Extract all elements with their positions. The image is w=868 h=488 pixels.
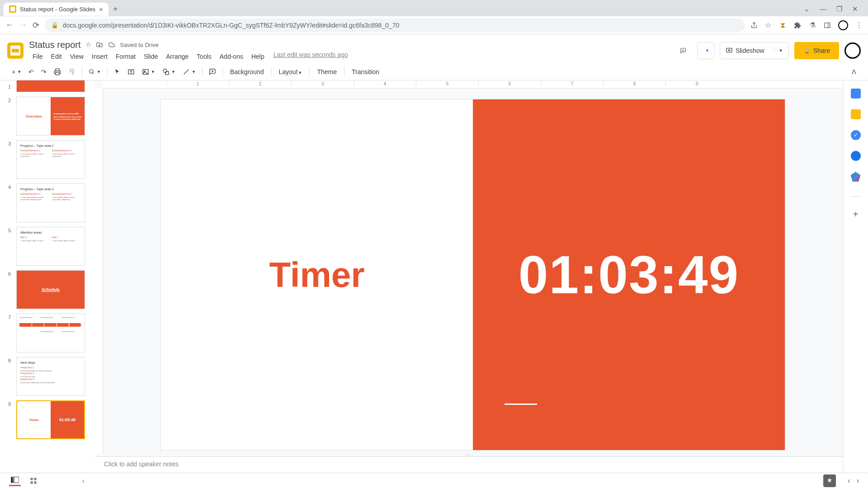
redo-button[interactable]: ↷: [38, 66, 49, 77]
shape-tool[interactable]: ▼: [160, 66, 178, 77]
doc-title[interactable]: Status report: [29, 40, 81, 50]
tasks-icon[interactable]: [851, 130, 861, 140]
paint-format-button[interactable]: [66, 66, 78, 77]
browser-profile-avatar[interactable]: [838, 20, 848, 30]
share-page-icon[interactable]: [750, 22, 758, 29]
account-avatar[interactable]: [844, 42, 861, 59]
textbox-tool[interactable]: [125, 66, 137, 77]
move-doc-icon[interactable]: [96, 41, 103, 48]
chevron-down-icon[interactable]: ⌄: [804, 5, 810, 13]
svg-point-7: [90, 69, 93, 73]
back-button[interactable]: ←: [5, 20, 14, 30]
side-panel-icon[interactable]: [824, 22, 831, 29]
slide-thumb-8[interactable]: 8 Next steps Assignment 1Lorem ipsum dol…: [8, 357, 90, 396]
doc-area: Status report ☆ Saved to Drive File Edit…: [29, 40, 669, 62]
menu-tools[interactable]: Tools: [193, 51, 215, 62]
maximize-icon[interactable]: ❐: [836, 5, 842, 13]
slide-thumb-2[interactable]: 2 Overview Project goal(s) summary [H2] …: [8, 97, 90, 136]
undo-button[interactable]: ↶: [26, 66, 37, 77]
timer-value-text[interactable]: 01:03:49: [519, 244, 739, 305]
browser-tab[interactable]: Status report - Google Slides ×: [4, 3, 108, 16]
slideshow-button[interactable]: Slideshow ▼: [720, 42, 789, 59]
menu-insert[interactable]: Insert: [88, 51, 111, 62]
extension-hourglass-icon[interactable]: ⧗: [778, 21, 787, 29]
slide-title-text[interactable]: Timer: [269, 254, 365, 296]
canvas-wrap: 1 2 3 4 5 6 7 8 9 Timer 01:03:49: [95, 80, 843, 473]
slide-thumb-3[interactable]: 3 Progress – Topic area 1 Subhead/elemen…: [8, 140, 90, 179]
calendar-icon[interactable]: [851, 89, 861, 99]
slide-thumb-1[interactable]: 1 Your Name - XX/XX/20XX: [8, 83, 90, 92]
layout-button[interactable]: Layout▼: [275, 66, 306, 77]
tab-bar: Status report - Google Slides × + ⌄ — ❐ …: [0, 0, 868, 16]
maps-icon[interactable]: [851, 172, 861, 182]
reload-button[interactable]: ⟳: [33, 20, 39, 30]
close-tab-icon[interactable]: ×: [99, 5, 103, 13]
svg-line-14: [184, 69, 189, 74]
menu-slide[interactable]: Slide: [140, 51, 161, 62]
menu-arrange[interactable]: Arrange: [162, 51, 192, 62]
svg-rect-20: [34, 478, 36, 480]
close-window-icon[interactable]: ✕: [852, 5, 858, 13]
notes-placeholder: Click to add speaker notes: [104, 460, 179, 468]
new-tab-button[interactable]: +: [113, 5, 118, 14]
transition-button[interactable]: Transition: [348, 66, 383, 77]
slide-thumb-9[interactable]: 9 Timer 01:03:49: [8, 400, 90, 439]
browser-menu-icon[interactable]: ⋮: [855, 21, 863, 29]
menu-help[interactable]: Help: [248, 51, 268, 62]
slide-filmstrip[interactable]: 1 Your Name - XX/XX/20XX 2 Overview Proj…: [0, 80, 95, 473]
main-area: 1 Your Name - XX/XX/20XX 2 Overview Proj…: [0, 80, 868, 473]
slide-thumb-6[interactable]: 6 Schedule: [8, 270, 90, 309]
collapse-toolbar-icon[interactable]: ᐱ: [849, 66, 859, 77]
background-button[interactable]: Background: [226, 66, 268, 77]
forward-button[interactable]: →: [19, 20, 27, 30]
svg-marker-6: [729, 50, 730, 51]
bookmark-star-icon[interactable]: ☆: [765, 21, 771, 29]
comments-button[interactable]: [675, 42, 692, 59]
address-bar: ← → ⟳ 🔒 docs.google.com/presentation/d/1…: [0, 16, 868, 34]
zoom-button[interactable]: ▼: [86, 67, 104, 77]
canvas-scroll[interactable]: Timer 01:03:49: [103, 89, 843, 454]
present-to-meet-button[interactable]: ▼: [697, 42, 714, 59]
select-tool[interactable]: [111, 67, 123, 77]
footer-prev-icon[interactable]: ‹: [848, 477, 850, 485]
minimize-icon[interactable]: —: [820, 5, 826, 13]
menu-addons[interactable]: Add-ons: [216, 51, 247, 62]
menu-edit[interactable]: Edit: [47, 51, 66, 62]
cloud-saved-icon[interactable]: [108, 42, 116, 48]
comment-tool[interactable]: [206, 66, 219, 77]
star-doc-icon[interactable]: ☆: [85, 41, 91, 49]
slides-logo-icon[interactable]: [7, 42, 24, 59]
new-slide-button[interactable]: +▼: [9, 66, 24, 77]
image-tool[interactable]: ▼: [139, 66, 158, 77]
menu-file[interactable]: File: [29, 51, 47, 62]
contacts-icon[interactable]: [851, 151, 861, 161]
slide-canvas[interactable]: Timer 01:03:49: [161, 99, 785, 450]
last-edit-link[interactable]: Last edit was seconds ago: [274, 51, 348, 62]
add-addon-icon[interactable]: +: [853, 209, 859, 220]
slide-right-panel[interactable]: 01:03:49: [473, 99, 785, 450]
share-button[interactable]: 🔒 Share: [794, 42, 839, 59]
filmstrip-view-button[interactable]: [9, 475, 21, 486]
extensions-puzzle-icon[interactable]: [794, 22, 801, 29]
slide-thumb-5[interactable]: 5 Attention areas Risk 1• Lorem ipsum do…: [8, 227, 90, 266]
slide-left-panel[interactable]: Timer: [161, 99, 473, 450]
slide-thumb-4[interactable]: 4 Progress – Topic area 2 Subhead/elemen…: [8, 183, 90, 222]
menu-bar: File Edit View Insert Format Slide Arran…: [29, 51, 669, 62]
speaker-notes[interactable]: Click to add speaker notes: [95, 456, 843, 473]
url-input[interactable]: 🔒 docs.google.com/presentation/d/1D3IKt-…: [45, 19, 745, 32]
grid-view-button[interactable]: [28, 475, 39, 486]
svg-rect-13: [165, 71, 169, 75]
menu-view[interactable]: View: [66, 51, 87, 62]
explore-button[interactable]: [823, 474, 836, 487]
slide-thumb-7[interactable]: 7 Lorem ipsum dolor sitLorem ipsum dolor…: [8, 314, 90, 352]
collapse-filmstrip-icon[interactable]: ‹: [82, 477, 85, 484]
print-button[interactable]: [51, 66, 64, 77]
menu-format[interactable]: Format: [112, 51, 139, 62]
footer-next-icon[interactable]: ›: [857, 477, 859, 485]
theme-button[interactable]: Theme: [313, 66, 340, 77]
line-tool[interactable]: ▼: [180, 66, 198, 77]
extension-flask-icon[interactable]: ⚗: [808, 21, 816, 29]
ruler-vertical: [95, 89, 103, 454]
keep-icon[interactable]: [851, 109, 861, 119]
url-text: docs.google.com/presentation/d/1D3IKt-vi…: [63, 22, 399, 29]
